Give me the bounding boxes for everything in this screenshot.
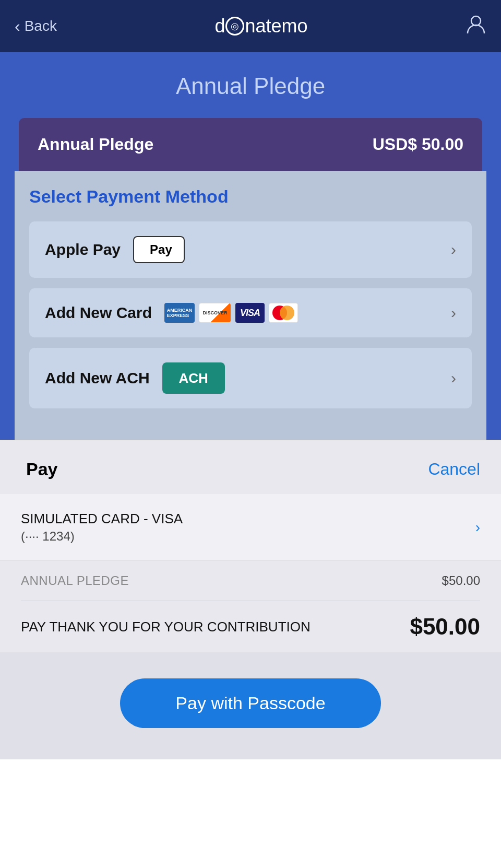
payment-section-title: Select Payment Method (29, 186, 472, 207)
card-row[interactable]: SIMULATED CARD - VISA (···· 1234) › (0, 494, 501, 561)
app-logo: d ◎ natemo (214, 15, 307, 37)
discover-logo: DISCOVER (199, 303, 231, 323)
mc-yellow-circle (280, 306, 294, 320)
back-button[interactable]: ‹ Back (15, 17, 57, 36)
pledge-amount: USD$ 50.00 (373, 135, 463, 154)
apple-pay-option-left: Apple Pay Pay (45, 236, 185, 263)
add-new-card-label: Add New Card (45, 304, 152, 322)
add-card-chevron-icon: › (451, 304, 456, 322)
chevron-left-icon: ‹ (15, 17, 20, 36)
card-info: SIMULATED CARD - VISA (···· 1234) (21, 511, 183, 544)
card-logos-group: AMERICAN EXPRESS DISCOVER VISA (164, 303, 298, 323)
pledge-label: Annual Pledge (38, 135, 153, 154)
apple-pay-chevron-icon: › (451, 241, 456, 259)
profile-icon[interactable] (466, 14, 486, 39)
pay-button-section: Pay with Passcode (0, 652, 501, 759)
header-section: Annual Pledge Annual Pledge USD$ 50.00 S… (0, 52, 501, 440)
add-new-ach-option-left: Add New ACH ACH (45, 362, 225, 394)
pay-with-passcode-button[interactable]: Pay with Passcode (120, 678, 381, 728)
add-ach-chevron-icon: › (451, 369, 456, 387)
sheet-header: Pay Cancel (0, 440, 501, 494)
apple-pay-button-logo: Pay (133, 236, 185, 263)
ach-logo: ACH (162, 362, 225, 394)
top-navigation: ‹ Back d ◎ natemo (0, 0, 501, 52)
add-new-card-option-left: Add New Card AMERICAN EXPRESS DISCOVER V… (45, 303, 298, 323)
summary-section: ANNUAL PLEDGE $50.00 PAY THANK YOU FOR Y… (0, 561, 501, 652)
summary-row-2: PAY THANK YOU FOR YOUR CONTRIBUTION $50.… (21, 601, 480, 652)
sheet-cancel-button[interactable]: Cancel (428, 460, 480, 479)
summary-amount-2: $50.00 (410, 614, 480, 640)
sheet-pay-label: Pay (26, 459, 58, 479)
amex-logo: AMERICAN EXPRESS (164, 303, 195, 323)
summary-label-2: PAY THANK YOU FOR YOUR CONTRIBUTION (21, 619, 311, 635)
summary-amount-1: $50.00 (442, 573, 480, 588)
card-number: (···· 1234) (21, 529, 183, 544)
back-label: Back (25, 18, 57, 34)
add-new-card-option[interactable]: Add New Card AMERICAN EXPRESS DISCOVER V… (29, 288, 472, 337)
visa-logo: VISA (235, 303, 265, 323)
mastercard-logo (269, 303, 298, 323)
summary-label-1: ANNUAL PLEDGE (21, 573, 129, 588)
add-new-ach-option[interactable]: Add New ACH ACH › (29, 348, 472, 408)
svg-point-0 (471, 16, 481, 26)
logo-circle-icon: ◎ (225, 17, 244, 36)
apple-pay-text: Pay (150, 242, 172, 257)
page-title: Annual Pledge (15, 73, 486, 118)
logo-d: d (214, 15, 225, 37)
card-name: SIMULATED CARD - VISA (21, 511, 183, 527)
apple-pay-option[interactable]: Apple Pay Pay › (29, 221, 472, 278)
card-chevron-icon: › (475, 519, 480, 536)
summary-row-1: ANNUAL PLEDGE $50.00 (21, 561, 480, 601)
pledge-card: Annual Pledge USD$ 50.00 (19, 118, 482, 171)
apple-pay-sheet: Pay Cancel SIMULATED CARD - VISA (···· 1… (0, 440, 501, 759)
logo-natemo: natemo (245, 15, 307, 37)
payment-section: Select Payment Method Apple Pay Pay › Ad… (15, 171, 486, 440)
add-new-ach-label: Add New ACH (45, 369, 150, 387)
apple-pay-label: Apple Pay (45, 241, 121, 259)
sheet-brand: Pay (21, 459, 58, 479)
